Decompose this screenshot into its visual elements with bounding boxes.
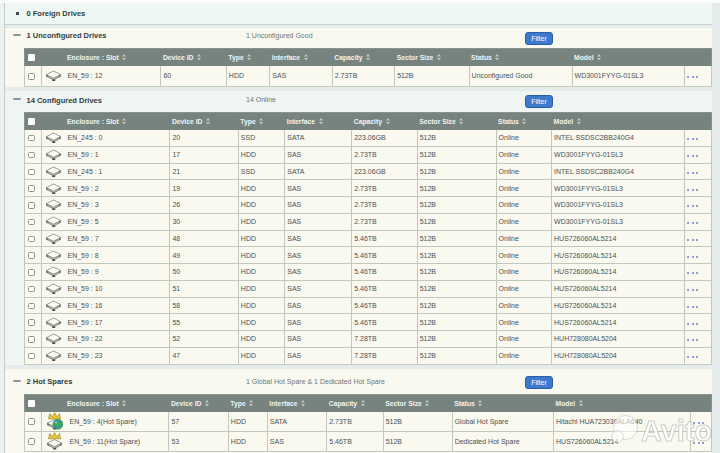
- svg-text:Avito: Avito: [641, 414, 712, 447]
